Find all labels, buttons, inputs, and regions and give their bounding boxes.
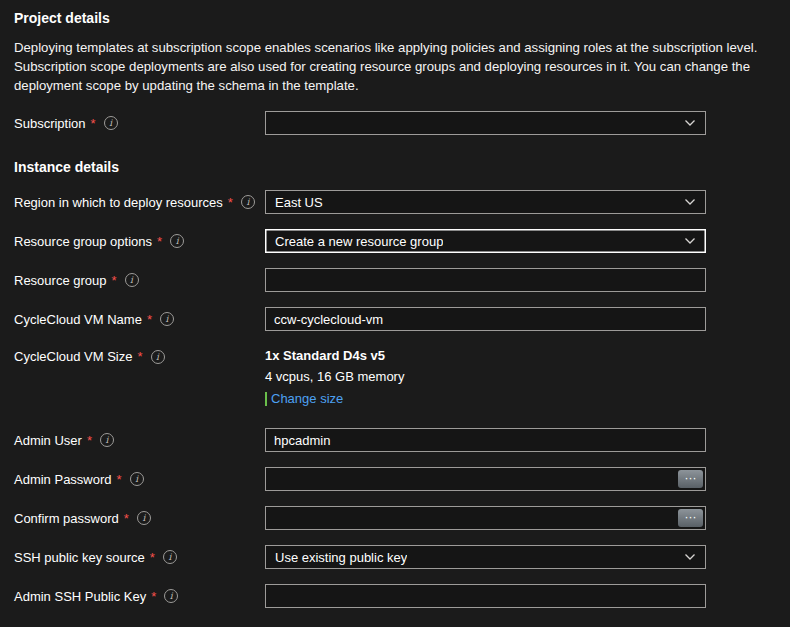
- info-icon[interactable]: i: [163, 550, 177, 564]
- info-icon[interactable]: i: [164, 589, 178, 603]
- admin-user-label-cell: Admin User * i: [14, 433, 265, 448]
- change-size-link[interactable]: Change size: [271, 391, 343, 406]
- field-row-subscription: Subscription * i: [14, 111, 776, 135]
- subscription-dropdown[interactable]: [265, 111, 706, 135]
- subscription-label-cell: Subscription * i: [14, 116, 265, 131]
- required-asterisk: *: [157, 234, 162, 249]
- field-row-confirm-password: Confirm password * i ···: [14, 506, 776, 530]
- vm-size-selection: 1x Standard D4s v5: [265, 348, 706, 363]
- required-asterisk: *: [117, 472, 122, 487]
- chevron-down-icon: [684, 117, 696, 129]
- ssh-key-source-label-cell: SSH public key source * i: [14, 550, 265, 565]
- field-row-vm-name: CycleCloud VM Name * i: [14, 307, 776, 331]
- admin-password-label: Admin Password: [14, 472, 112, 487]
- admin-user-label: Admin User: [14, 433, 82, 448]
- field-row-admin-password: Admin Password * i ···: [14, 467, 776, 491]
- resource-group-input[interactable]: [265, 268, 706, 292]
- resource-group-options-dropdown[interactable]: Create a new resource group: [265, 229, 706, 253]
- required-asterisk: *: [138, 349, 143, 364]
- region-label: Region in which to deploy resources: [14, 195, 223, 210]
- custom-deployment-form: Project details Deploying templates at s…: [0, 0, 790, 608]
- field-row-resource-group: Resource group * i: [14, 268, 776, 292]
- field-row-resource-group-options: Resource group options * i Create a new …: [14, 229, 776, 253]
- admin-user-control: [265, 428, 706, 452]
- confirm-password-label: Confirm password: [14, 511, 119, 526]
- ssh-public-key-input[interactable]: [265, 584, 706, 608]
- section-title-instance-details: Instance details: [14, 159, 776, 175]
- chevron-down-icon: [684, 196, 696, 208]
- field-row-ssh-public-key: Admin SSH Public Key * i: [14, 584, 776, 608]
- info-icon[interactable]: i: [160, 312, 174, 326]
- field-row-admin-user: Admin User * i: [14, 428, 776, 452]
- info-icon[interactable]: i: [151, 350, 165, 364]
- confirm-password-control: ···: [265, 506, 706, 530]
- info-icon[interactable]: i: [104, 116, 118, 130]
- required-asterisk: *: [150, 550, 155, 565]
- section-title-project-details: Project details: [14, 10, 776, 26]
- required-asterisk: *: [112, 273, 117, 288]
- vm-name-label: CycleCloud VM Name: [14, 312, 142, 327]
- admin-user-input[interactable]: [265, 428, 706, 452]
- required-asterisk: *: [228, 195, 233, 210]
- cursor-bar: [265, 392, 267, 406]
- info-icon[interactable]: i: [241, 195, 255, 209]
- ssh-public-key-label: Admin SSH Public Key: [14, 589, 146, 604]
- vm-size-link-row: Change size: [265, 391, 706, 406]
- vm-size-specs: 4 vcpus, 16 GB memory: [265, 369, 706, 384]
- vm-name-control: [265, 307, 706, 331]
- info-icon[interactable]: i: [137, 511, 151, 525]
- resource-group-options-label-cell: Resource group options * i: [14, 234, 265, 249]
- field-row-vm-size: CycleCloud VM Size * i 1x Standard D4s v…: [14, 346, 776, 406]
- ssh-key-source-selected-value: Use existing public key: [275, 550, 407, 565]
- vm-size-label: CycleCloud VM Size: [14, 349, 133, 364]
- ssh-public-key-label-cell: Admin SSH Public Key * i: [14, 589, 265, 604]
- ssh-key-source-dropdown[interactable]: Use existing public key: [265, 545, 706, 569]
- admin-password-control: ···: [265, 467, 706, 491]
- info-icon[interactable]: i: [125, 273, 139, 287]
- vm-name-input[interactable]: [265, 307, 706, 331]
- info-icon[interactable]: i: [170, 234, 184, 248]
- resource-group-options-control: Create a new resource group: [265, 229, 706, 253]
- confirm-password-label-cell: Confirm password * i: [14, 511, 265, 526]
- chevron-down-icon: [684, 551, 696, 563]
- vm-name-label-cell: CycleCloud VM Name * i: [14, 312, 265, 327]
- info-icon[interactable]: i: [130, 472, 144, 486]
- field-row-ssh-key-source: SSH public key source * i Use existing p…: [14, 545, 776, 569]
- password-reveal-button[interactable]: ···: [678, 509, 703, 527]
- required-asterisk: *: [91, 116, 96, 131]
- required-asterisk: *: [87, 433, 92, 448]
- subscription-control: [265, 111, 706, 135]
- chevron-down-icon: [684, 235, 696, 247]
- resource-group-label-cell: Resource group * i: [14, 273, 265, 288]
- password-reveal-button[interactable]: ···: [678, 470, 703, 488]
- required-asterisk: *: [151, 589, 156, 604]
- admin-password-input[interactable]: [265, 467, 706, 491]
- region-control: East US: [265, 190, 706, 214]
- region-dropdown[interactable]: East US: [265, 190, 706, 214]
- field-row-region: Region in which to deploy resources * i …: [14, 190, 776, 214]
- resource-group-options-selected-value: Create a new resource group: [275, 234, 443, 249]
- confirm-password-input[interactable]: [265, 506, 706, 530]
- ssh-key-source-control: Use existing public key: [265, 545, 706, 569]
- required-asterisk: *: [124, 511, 129, 526]
- required-asterisk: *: [147, 312, 152, 327]
- ssh-key-source-label: SSH public key source: [14, 550, 145, 565]
- vm-size-display: 1x Standard D4s v5 4 vcpus, 16 GB memory…: [265, 346, 706, 406]
- region-selected-value: East US: [275, 195, 323, 210]
- resource-group-label: Resource group: [14, 273, 107, 288]
- admin-password-label-cell: Admin Password * i: [14, 472, 265, 487]
- resource-group-options-label: Resource group options: [14, 234, 152, 249]
- vm-size-label-cell: CycleCloud VM Size * i: [14, 346, 265, 364]
- subscription-label: Subscription: [14, 116, 86, 131]
- resource-group-control: [265, 268, 706, 292]
- info-icon[interactable]: i: [100, 433, 114, 447]
- region-label-cell: Region in which to deploy resources * i: [14, 195, 265, 210]
- ssh-public-key-control: [265, 584, 706, 608]
- project-details-description: Deploying templates at subscription scop…: [14, 38, 774, 95]
